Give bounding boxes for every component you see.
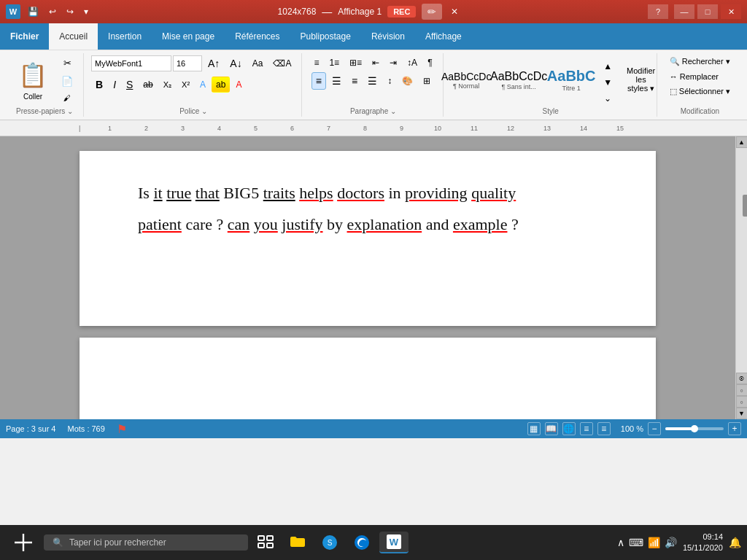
scroll-dot2-btn[interactable]: ○: [736, 396, 748, 408]
rechercher-btn[interactable]: 🔍 Rechercher ▾: [665, 55, 735, 69]
font-color-btn[interactable]: A: [196, 77, 210, 93]
zoom-out-btn[interactable]: −: [648, 422, 661, 435]
style-up-btn[interactable]: ▲: [599, 58, 616, 74]
undo-btn[interactable]: ↩: [46, 5, 59, 18]
view-draft-btn[interactable]: ≡: [597, 422, 611, 435]
quick-access-menu[interactable]: ▾: [81, 5, 91, 18]
police-label: Police ⌄: [85, 107, 301, 115]
increase-indent-btn[interactable]: ⇥: [385, 55, 401, 71]
style-more-btn[interactable]: ⌄: [599, 90, 616, 106]
list-unordered-btn[interactable]: ≡: [309, 55, 323, 71]
file-explorer-btn[interactable]: [283, 528, 312, 557]
superscript-btn[interactable]: X²: [177, 77, 194, 92]
paste-button[interactable]: 📋: [12, 59, 54, 91]
cut-btn[interactable]: ✂: [57, 55, 77, 71]
justify-btn[interactable]: ☰: [363, 72, 382, 90]
search-input[interactable]: [69, 537, 215, 548]
style-titre1[interactable]: AaBbC Titre 1: [546, 60, 596, 101]
save-quick-btn[interactable]: 💾: [25, 5, 42, 18]
minimize-btn[interactable]: —: [674, 4, 694, 19]
scroll-up-btn[interactable]: ▲: [736, 136, 748, 148]
modifier-styles-area: Modifier les styles ▾: [619, 58, 659, 102]
selectionner-btn[interactable]: ⬚ Sélectionner ▾: [665, 85, 735, 98]
tab-publipostage[interactable]: Publipostage: [290, 23, 361, 50]
tab-affichage[interactable]: Affichage: [415, 23, 472, 50]
font-color-red-btn[interactable]: A: [231, 77, 246, 93]
view-outline-btn[interactable]: ≡: [580, 422, 593, 435]
scroll-down-btn[interactable]: ▼: [736, 408, 748, 419]
format-painter-btn[interactable]: 🖌: [57, 91, 77, 105]
font-name-input[interactable]: [91, 55, 171, 71]
start-button[interactable]: [6, 525, 41, 560]
scroll-thumb[interactable]: [743, 195, 748, 217]
tab-accueil[interactable]: Accueil: [49, 23, 98, 50]
style-down-btn[interactable]: ▼: [599, 74, 616, 90]
italic-btn[interactable]: I: [109, 76, 120, 93]
align-left-btn[interactable]: ≡: [311, 72, 326, 90]
style-normal[interactable]: AaBbCcDc ¶ Normal: [441, 60, 491, 101]
subscript-btn[interactable]: X₂: [159, 77, 176, 93]
show-marks-btn[interactable]: ¶: [423, 55, 436, 71]
window-buttons: — □ ✕: [674, 4, 741, 19]
modification-label: Modification: [659, 107, 741, 115]
tab-mise-en-page[interactable]: Mise en page: [152, 23, 225, 50]
copy-btn[interactable]: 📄: [57, 73, 77, 90]
zoom-slider[interactable]: [665, 427, 724, 430]
change-case-btn[interactable]: Aa: [248, 55, 268, 71]
task-view-btn[interactable]: [251, 528, 280, 557]
underline-btn[interactable]: S: [122, 76, 137, 93]
maximize-btn[interactable]: □: [697, 4, 718, 19]
redo-btn[interactable]: ↪: [63, 5, 77, 18]
style-titre-preview: AaBbC: [547, 68, 596, 85]
scroll-dot-btn[interactable]: ○: [736, 384, 748, 396]
zoom-slider-thumb[interactable]: [691, 425, 698, 432]
view-normal-btn[interactable]: ▦: [527, 422, 541, 435]
align-center-btn[interactable]: ☰: [328, 72, 346, 90]
shading-btn[interactable]: 🎨: [398, 72, 417, 90]
borders-btn[interactable]: ⊞: [419, 72, 435, 90]
multilevel-list-btn[interactable]: ⊞≡: [345, 55, 366, 71]
notification-btn[interactable]: 🔔: [729, 537, 741, 548]
decrease-indent-btn[interactable]: ⇤: [368, 55, 384, 71]
grow-font-btn[interactable]: A↑: [204, 55, 224, 72]
tray-volume[interactable]: 🔊: [665, 537, 677, 548]
view-web-btn[interactable]: 🌐: [562, 422, 576, 435]
remplacer-btn[interactable]: ↔ Remplacer: [665, 70, 724, 83]
list-ordered-btn[interactable]: 1≡: [325, 55, 344, 71]
close-btn[interactable]: ✕: [721, 4, 741, 19]
zoom-slider-fill: [665, 427, 694, 430]
search-bar[interactable]: 🔍: [44, 534, 248, 551]
word-taskbar-btn[interactable]: W: [379, 532, 409, 553]
modifier-styles-btn[interactable]: Modifier les styles ▾: [622, 58, 659, 102]
highlight-btn[interactable]: ab: [212, 77, 230, 93]
bold-btn[interactable]: B: [91, 76, 107, 93]
style-sans-interligne[interactable]: AaBbCcDc ¶ Sans int...: [494, 60, 543, 101]
clear-format-btn[interactable]: ⌫A: [268, 55, 295, 71]
tray-network[interactable]: 📶: [648, 537, 660, 548]
strikethrough-btn[interactable]: ab: [139, 77, 157, 93]
system-clock[interactable]: 09:14 15/11/2020: [683, 532, 723, 554]
close-recording-btn[interactable]: ✕: [448, 5, 461, 18]
font-size-input[interactable]: [173, 55, 202, 71]
edge-btn[interactable]: [347, 528, 376, 557]
doc-text-p1[interactable]: Is it true that BIG5 traits helps doctor…: [138, 180, 597, 237]
tab-fichier[interactable]: Fichier: [0, 23, 49, 50]
doc-line-1: Is it true that BIG5 traits helps doctor…: [138, 180, 597, 206]
tab-references[interactable]: Références: [225, 23, 290, 50]
line-spacing-btn[interactable]: ↕: [383, 72, 396, 90]
store-btn[interactable]: S: [315, 528, 344, 557]
view-reading-btn[interactable]: 📖: [545, 422, 558, 435]
tray-up-arrow[interactable]: ∧: [617, 537, 624, 548]
shrink-font-btn[interactable]: A↓: [225, 55, 246, 72]
help-btn[interactable]: ?: [648, 4, 668, 19]
sort-btn[interactable]: ↕A: [403, 55, 422, 71]
taskbar-right: ∧ ⌨ 📶 🔊 09:14 15/11/2020 🔔: [617, 532, 741, 554]
align-right-btn[interactable]: ≡: [347, 72, 362, 90]
tab-revision[interactable]: Révision: [361, 23, 415, 50]
pen-btn[interactable]: ✏: [422, 4, 442, 20]
zoom-in-btn[interactable]: +: [728, 422, 741, 435]
scroll-page-up-btn[interactable]: ⦿: [736, 373, 748, 384]
para-content: ≡ 1≡ ⊞≡ ⇤ ⇥ ↕A ¶ ≡ ☰ ≡ ☰ ↕ 🎨 ⊞: [309, 55, 436, 115]
tray-keyboard[interactable]: ⌨: [629, 537, 643, 548]
tab-insertion[interactable]: Insertion: [98, 23, 152, 50]
